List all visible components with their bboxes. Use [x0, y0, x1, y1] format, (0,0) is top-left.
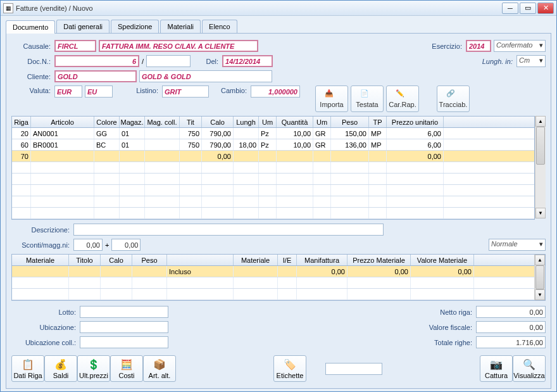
grid-cell[interactable] — [369, 151, 387, 161]
table-row[interactable]: 700,000,00 — [12, 151, 534, 162]
grid-cell[interactable]: 0,00 — [411, 266, 474, 277]
bottom-input[interactable] — [325, 363, 382, 375]
normale-dropdown[interactable]: Normale — [489, 239, 546, 251]
grid-cell[interactable]: 150,00 — [331, 128, 369, 139]
lungh-dropdown[interactable]: Cm — [516, 55, 546, 67]
grid1-header[interactable]: Tit — [180, 117, 202, 127]
grid-cell[interactable]: 01 — [120, 128, 145, 139]
grid-cell[interactable] — [259, 151, 277, 161]
ubicazione-input[interactable] — [80, 321, 168, 333]
listino-input[interactable] — [162, 85, 209, 98]
table-row[interactable] — [12, 162, 534, 174]
valuta-code-input[interactable] — [54, 85, 82, 98]
grid-cell[interactable] — [12, 266, 69, 277]
grid-cell[interactable]: GR — [313, 139, 331, 150]
artalt-button[interactable]: 📦Art. alt. — [143, 355, 176, 382]
grid1-header[interactable]: Articolo — [31, 117, 94, 127]
etichette-button[interactable]: 🏷️Etichette — [273, 355, 306, 382]
grid-cell[interactable]: MP — [369, 139, 387, 150]
grid2-header[interactable]: Prezzo Materiale — [347, 255, 411, 265]
grid-cell[interactable] — [234, 151, 259, 161]
grid-cell[interactable] — [313, 151, 331, 161]
grid-cell[interactable]: 790,00 — [202, 128, 234, 139]
grid-cell[interactable]: 750 — [180, 128, 202, 139]
causale-code-input[interactable] — [54, 40, 96, 52]
grid1-header[interactable]: Colore — [94, 117, 120, 127]
close-button[interactable]: ✕ — [537, 3, 554, 14]
netto-input[interactable] — [476, 306, 546, 318]
grid-cell[interactable] — [180, 151, 202, 161]
grid2-header[interactable]: I/E — [278, 255, 297, 265]
totrighe-input[interactable] — [476, 336, 546, 348]
grid-cell[interactable] — [234, 128, 259, 139]
date-input[interactable] — [222, 55, 273, 67]
sconto1-input[interactable] — [73, 239, 103, 251]
grid2-header[interactable]: Calo — [101, 255, 132, 265]
table-row[interactable] — [12, 196, 534, 208]
grid-cell[interactable] — [120, 151, 145, 161]
grid2-header[interactable]: Peso — [132, 255, 167, 265]
grid-cell[interactable] — [94, 151, 120, 161]
grid-cell[interactable] — [132, 266, 167, 277]
cliente-desc-input[interactable] — [139, 70, 272, 82]
grid-cell[interactable] — [145, 139, 180, 150]
grid1-header[interactable]: Calo — [202, 117, 234, 127]
scroll-thumb[interactable] — [536, 127, 545, 165]
esercizio-state-dropdown[interactable]: Confermato — [494, 40, 546, 52]
grid-cell[interactable]: Pz — [259, 128, 277, 139]
grid-cell[interactable]: 0,00 — [387, 151, 444, 161]
grid1-header[interactable]: Quantità — [277, 117, 313, 127]
tracciab-button[interactable]: 🔗Tracciab. — [437, 85, 470, 112]
grid-cell[interactable] — [145, 151, 180, 161]
grid-cell[interactable] — [234, 266, 278, 277]
table-row[interactable] — [12, 277, 534, 289]
valuta-sym-input[interactable] — [85, 85, 113, 98]
grid1-header[interactable]: Lungh — [234, 117, 259, 127]
grid2-scrollbar[interactable]: ▲ ▼ — [534, 255, 545, 300]
visualizza-button[interactable]: 🔍Visualizza — [513, 355, 546, 382]
grid-cell[interactable]: 6,00 — [387, 128, 444, 139]
scroll-thumb[interactable] — [535, 265, 544, 289]
table-row[interactable] — [12, 289, 534, 300]
grid-cell[interactable]: GG — [94, 128, 120, 139]
grid-cell[interactable] — [278, 266, 297, 277]
docn-suffix-input[interactable] — [146, 55, 191, 67]
table-row[interactable] — [12, 174, 534, 185]
grid2-header[interactable]: Materiale — [234, 255, 278, 265]
grid2-header[interactable] — [167, 255, 234, 265]
valfisc-input[interactable] — [476, 321, 546, 333]
esercizio-input[interactable] — [466, 40, 491, 52]
carrap-button[interactable]: ✏️Car.Rap. — [386, 85, 419, 112]
grid-cell[interactable] — [31, 151, 94, 161]
grid-cell[interactable]: 10,00 — [277, 128, 313, 139]
cambio-input[interactable] — [251, 85, 300, 98]
grid-cell[interactable]: MP — [369, 128, 387, 139]
datiriga-button[interactable]: 📋Dati Riga — [11, 355, 44, 382]
maximize-button[interactable]: ▭ — [520, 3, 536, 14]
sconto2-input[interactable] — [111, 239, 141, 251]
grid2-header[interactable]: Titolo — [69, 255, 101, 265]
grid-cell[interactable]: 0,00 — [202, 151, 234, 161]
grid-cell[interactable]: 6,00 — [387, 139, 444, 150]
scroll-up-button[interactable]: ▲ — [535, 255, 545, 265]
grid-cell[interactable]: 0,00 — [297, 266, 347, 277]
scroll-up-button[interactable]: ▲ — [535, 116, 546, 127]
grid-cell[interactable]: 01 — [120, 139, 145, 150]
grid-cell[interactable]: Incluso — [167, 266, 234, 277]
causale-desc-input[interactable] — [99, 40, 258, 52]
grid1-header[interactable]: Mag. coll. — [145, 117, 180, 127]
scroll-down-button[interactable]: ▼ — [535, 208, 546, 218]
tab-spedizione[interactable]: Spedizione — [111, 20, 159, 33]
grid1-header[interactable]: Peso — [331, 117, 369, 127]
importa-button[interactable]: 📥Importa — [315, 85, 348, 112]
table-row[interactable]: 20AN0001GG01750790,00Pz10,00GR150,00MP6,… — [12, 128, 534, 139]
docn-input[interactable] — [54, 55, 139, 67]
grid-cell[interactable]: BC — [94, 139, 120, 150]
grid-cell[interactable]: 750 — [180, 139, 202, 150]
grid-cell[interactable]: Pz — [259, 139, 277, 150]
grid-cell[interactable]: 18,00 — [234, 139, 259, 150]
grid1-header[interactable]: Magaz. — [120, 117, 145, 127]
grid-cell[interactable] — [277, 151, 313, 161]
scroll-down-button[interactable]: ▼ — [535, 289, 545, 300]
ubicazione-coll-input[interactable] — [80, 336, 168, 348]
